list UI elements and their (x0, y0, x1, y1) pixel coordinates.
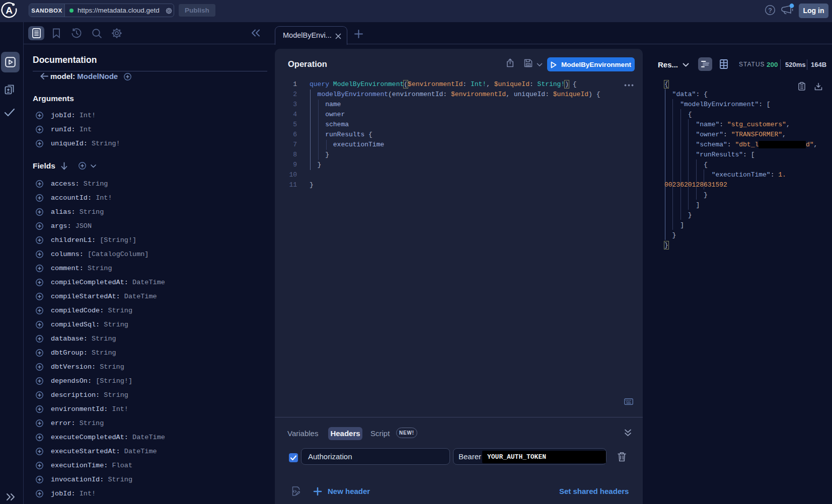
svg-text:?: ? (768, 7, 772, 14)
svg-text:A: A (6, 5, 13, 16)
